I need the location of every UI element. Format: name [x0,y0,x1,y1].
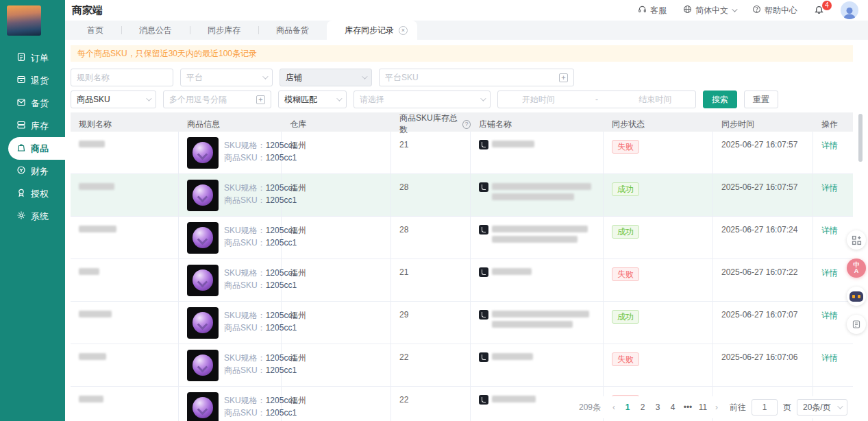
tab-product-stockprep[interactable]: 商品备货 [258,21,327,40]
sku-total-cell: 22 [391,344,471,386]
detail-link[interactable]: 详情 [821,353,838,363]
sidebar-item-label: 授权 [31,188,49,200]
actions-cell: 详情 [813,132,853,173]
detail-link[interactable]: 详情 [821,141,838,150]
sync-status-cell: 成功 [604,302,713,344]
next-page-button[interactable]: › [712,402,721,412]
product-image[interactable] [187,350,219,381]
product-image[interactable] [187,180,219,211]
page-number[interactable]: 3 [652,402,664,412]
store-select[interactable]: 店铺 [280,69,372,86]
feedback-form-button[interactable] [847,315,866,334]
status-select[interactable]: 请选择 [354,91,491,108]
sidebar-item-authorization[interactable]: 授权 [0,182,65,205]
sku-total-cell: 29 [391,302,471,344]
shopping-bag-icon [16,143,26,154]
platform-icon [479,140,488,149]
product-image[interactable] [187,307,219,339]
sku-type-select[interactable]: 商品SKU [71,91,156,108]
tab-home[interactable]: 首页 [69,21,121,40]
page-number[interactable]: 1 [621,402,634,412]
store-name-cell [471,344,604,386]
sidebar-item-finance[interactable]: 财务 [0,160,65,182]
sync-status-cell: 失败 [604,344,713,386]
chevron-down-icon [480,95,486,101]
rule-name-cell [71,387,179,421]
reset-button[interactable]: 重置 [744,91,778,108]
prev-page-button[interactable]: ‹ [609,402,619,412]
sidebar-item-label: 库存 [31,120,49,132]
sku-values-input[interactable]: + [163,91,271,108]
product-image[interactable] [187,265,219,296]
notification-badge: 4 [822,1,832,10]
topbar: 商家端 客服 简体中文 帮助中心 4 [65,0,868,21]
page-number[interactable]: ••• [682,402,694,412]
rule-name-cell [71,344,179,386]
page-jump-input[interactable] [752,399,778,416]
expand-plus-icon[interactable]: + [559,73,568,82]
product-image[interactable] [187,222,219,254]
detail-link[interactable]: 详情 [821,183,838,193]
chatbot-button[interactable] [847,287,866,306]
sidebar-item-system[interactable]: 系统 [0,205,65,228]
platform-select[interactable]: 平台 [180,69,273,86]
detail-link[interactable]: 详情 [821,226,838,235]
sku-total-cell: 21 [391,132,471,173]
tab-announcements[interactable]: 消息公告 [121,21,190,40]
tab-inventory-sync-records[interactable]: 库存同步记录 × [327,21,417,40]
status-badge: 失败 [612,140,639,154]
page-number[interactable]: 2 [636,402,649,412]
sync-time-cell: 2025-06-27 16:07:06 [713,344,813,386]
language-selector[interactable]: 简体中文 [683,5,736,16]
sidebar-item-stockprep[interactable]: 备货 [0,92,65,115]
page-number[interactable]: 4 [667,402,679,412]
detail-link[interactable]: 详情 [821,311,838,320]
page-number[interactable]: 11 [697,402,709,412]
date-range-picker[interactable]: 开始时间 - 结束时间 [497,91,696,108]
table-row: SKU规格：1205cc1 商品SKU：1205cc1 福州 22 失败 202… [71,344,853,387]
rule-name-input[interactable] [71,69,173,86]
actions-cell: 详情 [813,174,853,216]
warehouse-cell: 福州 [282,259,391,301]
expand-plus-icon[interactable]: + [256,95,265,104]
redacted-store-name [492,321,573,328]
sidebar-item-returns[interactable]: 退货 [0,69,65,92]
warehouse-cell: 福州 [282,344,391,386]
floating-toolbar: 中 A [847,230,866,334]
close-icon[interactable]: × [399,26,408,35]
translate-button[interactable]: 中 A [847,258,866,278]
table-header: 规则名称 商品信息 仓库 商品SKU库存总数 ? 店铺名称 同步状态 同步时间 … [71,112,853,132]
goto-label: 前往 [730,402,746,413]
chevron-down-icon [732,6,737,12]
notifications-button[interactable]: 4 [814,4,824,16]
chevron-down-icon [336,95,342,101]
status-badge: 失败 [612,267,639,281]
platform-sku-input[interactable]: + [379,69,574,86]
sync-time-cell: 2025-06-27 16:07:22 [713,259,813,301]
sku-total-cell: 22 [391,387,471,421]
sidebar-item-products[interactable]: 商品 [8,137,65,160]
redacted-store-name [492,396,536,402]
vertical-scrollbar[interactable] [858,114,863,162]
help-center-button[interactable]: 帮助中心 [752,5,797,16]
detail-link[interactable]: 详情 [821,268,838,278]
search-button[interactable]: 搜索 [703,91,737,108]
product-image[interactable] [187,392,219,421]
sync-status-cell: 成功 [604,174,713,216]
topbar-actions: 客服 简体中文 帮助中心 4 [638,1,858,19]
sidebar-item-inventory[interactable]: 库存 [0,115,65,137]
match-mode-select[interactable]: 模糊匹配 [278,91,347,108]
sync-status-cell: 成功 [604,217,713,258]
actions-cell: 详情 [813,344,853,386]
app-logo[interactable] [7,5,41,36]
sidebar-item-orders[interactable]: 订单 [0,47,65,69]
page-size-select[interactable]: 20条/页 [797,399,847,416]
qr-scan-button[interactable] [847,230,866,250]
product-image[interactable] [187,137,219,169]
avatar[interactable] [841,1,858,19]
customer-service-button[interactable]: 客服 [638,5,667,16]
help-circle-icon[interactable]: ? [462,120,471,129]
tab-sync-inventory[interactable]: 同步库存 [190,21,258,40]
col-sync-status: 同步状态 [604,119,713,130]
sidebar-nav: 订单 退货 备货 库存 商品 财务 [0,47,65,228]
